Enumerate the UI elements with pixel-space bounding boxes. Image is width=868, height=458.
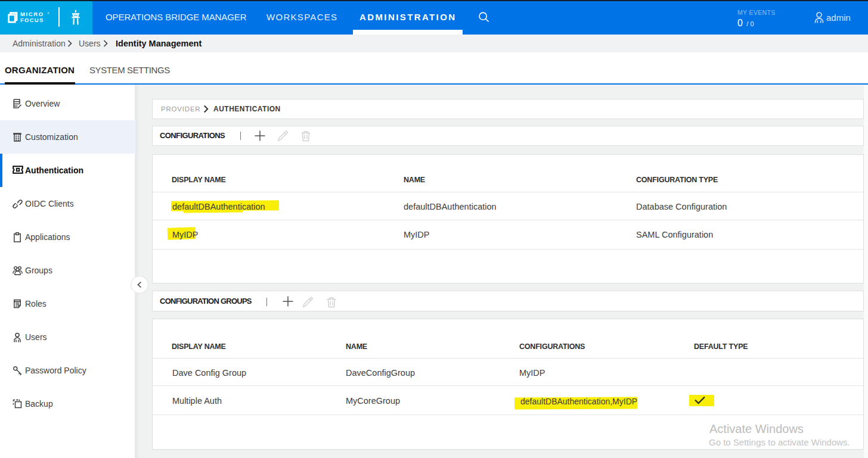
svg-text:FOCUS: FOCUS [20, 17, 44, 23]
